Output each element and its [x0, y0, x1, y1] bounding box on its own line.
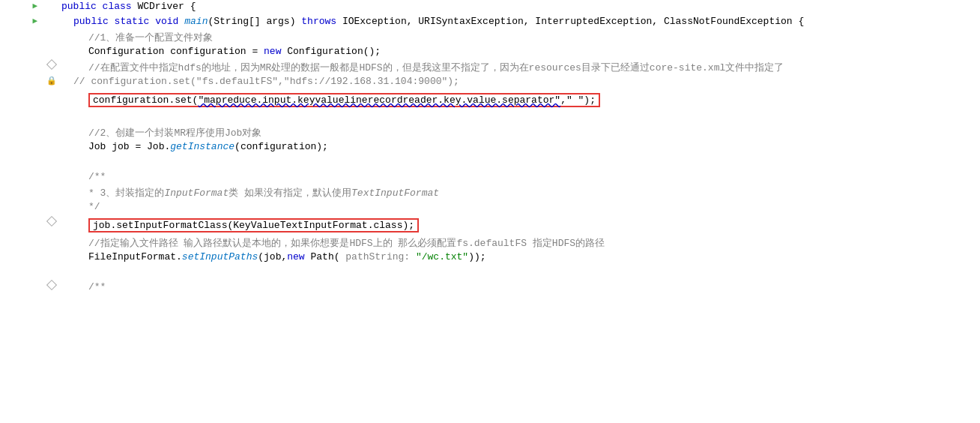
line-16: //指定输入文件路径 输入路径默认是本地的，如果你想要是HDFS上的 那么必须配…	[0, 236, 980, 250]
code-line-13: * 3、封装指定的InputFormat类 如果没有指定，默认使用TextInp…	[58, 186, 980, 200]
kw-public: public	[61, 1, 103, 12]
line-11	[0, 155, 980, 170]
line-8	[0, 110, 980, 125]
line-17: FileInputFormat.setInputPaths(job,new Pa…	[0, 250, 980, 266]
comment-4: //2、创建一个封装MR程序使用Job对象	[88, 128, 261, 139]
line-6: 🔒 // configuration.set("fs.defaultFS","h…	[0, 75, 980, 90]
code-line-11	[58, 156, 980, 167]
var-job: job	[112, 141, 135, 152]
comment-1: //1、准备一个配置文件对象	[88, 32, 213, 44]
code-line-10: Job job = Job.getInstance(configuration)…	[58, 141, 980, 152]
method-main: main	[184, 16, 208, 27]
code-line-1: public class WCDriver {	[58, 1, 980, 12]
gutter-icon-15	[45, 218, 58, 225]
line-5: //在配置文件中指定hdfs的地址，因为MR处理的数据一般都是HDFS的，但是我…	[0, 60, 980, 75]
code-line-8	[58, 111, 980, 122]
kw-public2: public	[73, 16, 115, 27]
gutter-icon-6: 🔒	[45, 76, 58, 86]
setinputpaths-args-close: ));	[468, 251, 486, 262]
eq: =	[252, 46, 264, 57]
kw-static: static	[115, 16, 156, 27]
code-line-2: public static void main(String[] args) t…	[58, 16, 980, 27]
diamond-icon-5	[46, 59, 57, 70]
fileinputformat-ref: FileInputFormat.	[88, 251, 182, 262]
javadoc-text-2: 类 如果没有指定，默认使用	[229, 188, 351, 199]
arrow-icon-2: ▶	[32, 16, 37, 26]
line-3: //1、准备一个配置文件对象	[0, 30, 980, 45]
kw-void: void	[155, 16, 184, 27]
path-class: Path(	[310, 251, 345, 262]
kw-new: new	[264, 46, 287, 57]
line-10: Job job = Job.getInstance(configuration)…	[0, 140, 980, 155]
line-12: /**	[0, 170, 980, 185]
diamond-icon-19	[46, 280, 57, 290]
code-line-7: configuration.set("mapreduce.input.keyva…	[58, 92, 980, 108]
code-line-5: //在配置文件中指定hdfs的地址，因为MR处理的数据一般都是HDFS的，但是我…	[58, 61, 980, 74]
gutter-2: ▶	[0, 16, 45, 26]
kw-throws: throws	[301, 16, 342, 27]
param-label-pathstring: pathString:	[345, 251, 416, 262]
highlighted-code-block-1: configuration.set("mapreduce.input.keyva…	[88, 93, 600, 107]
line-7: configuration.set("mapreduce.input.keyva…	[0, 90, 980, 110]
javadoc-inputformat: InputFormat	[164, 188, 229, 199]
kw-class: class	[103, 1, 138, 12]
code-line-19: /**	[58, 281, 980, 292]
line-9: //2、创建一个封装MR程序使用Job对象	[0, 125, 980, 140]
arrow-icon-1: ▶	[32, 1, 37, 10]
highlighted-code-block-2: job.setInputFormatClass(KeyValueTextInpu…	[88, 218, 419, 232]
comment-5: //指定输入文件路径 输入路径默认是本地的，如果你想要是HDFS上的 那么必须配…	[88, 238, 605, 249]
job-class-ref: Job.	[147, 141, 170, 152]
main-params: (String[] args)	[208, 16, 301, 27]
line-4: Configuration configuration = new Config…	[0, 45, 980, 60]
getinstance-args: (configuration);	[235, 141, 328, 152]
code-line-3: //1、准备一个配置文件对象	[58, 31, 980, 44]
code-line-9: //2、创建一个封装MR程序使用Job对象	[58, 126, 980, 140]
kw-new2: new	[287, 251, 310, 262]
eq2: =	[135, 141, 147, 152]
class-name-wc: WCDriver	[137, 1, 190, 12]
string-wctxt: "/wc.txt"	[416, 251, 468, 262]
line-19: /**	[0, 280, 980, 296]
method-getinstance: getInstance	[170, 141, 235, 152]
code-line-16: //指定输入文件路径 输入路径默认是本地的，如果你想要是HDFS上的 那么必须配…	[58, 236, 980, 250]
line-15: job.setInputFormatClass(KeyValueTextInpu…	[0, 215, 980, 236]
lock-icon-6: 🔒	[46, 76, 57, 86]
line-14: */	[0, 200, 980, 215]
gutter-icon-5	[45, 61, 58, 68]
javadoc-text-1: * 3、封装指定的	[88, 188, 164, 199]
code-line-17: FileInputFormat.setInputPaths(job,new Pa…	[58, 251, 980, 262]
gutter-1: ▶	[0, 1, 45, 10]
line-13: * 3、封装指定的InputFormat类 如果没有指定，默认使用TextInp…	[0, 185, 980, 200]
javadoc-open: /**	[88, 171, 106, 182]
line-18	[0, 266, 980, 280]
var-configuration: configuration	[170, 46, 252, 57]
brace-open: {	[190, 1, 196, 12]
exceptions: IOException, URISyntaxException, Interru…	[342, 16, 804, 27]
diamond-icon-15	[46, 216, 57, 226]
class-job: Job	[88, 141, 112, 152]
code-line-6: // configuration.set("fs.defaultFS","hdf…	[58, 76, 980, 87]
code-line-12: /**	[58, 171, 980, 182]
class-configuration: Configuration	[88, 46, 170, 57]
job-set-inputformat: job.setInputFormatClass(KeyValueTextInpu…	[93, 220, 414, 231]
config-set-call: configuration.set("mapreduce.input.keyva…	[93, 94, 596, 106]
comment-2: //在配置文件中指定hdfs的地址，因为MR处理的数据一般都是HDFS的，但是我…	[88, 62, 784, 74]
setinputpaths-args-open: (job,	[258, 251, 287, 262]
gutter-icon-19	[45, 281, 58, 289]
code-line-15: job.setInputFormatClass(KeyValueTextInpu…	[58, 218, 980, 233]
method-setinputpaths: setInputPaths	[182, 251, 258, 262]
code-line-4: Configuration configuration = new Config…	[58, 46, 980, 57]
javadoc-open-2: /**	[88, 281, 106, 292]
comment-3: // configuration.set("fs.defaultFS","hdf…	[73, 76, 459, 87]
line-2: ▶ public static void main(String[] args)…	[0, 15, 980, 30]
code-editor: ▶ public class WCDriver { ▶ public stati…	[0, 0, 980, 423]
code-line-18	[58, 266, 980, 278]
javadoc-textinputformat: TextInputFormat	[351, 188, 439, 199]
constructor-configuration: Configuration();	[287, 46, 381, 57]
line-1: ▶ public class WCDriver {	[0, 0, 980, 15]
code-line-14: */	[58, 201, 980, 212]
javadoc-close: */	[88, 201, 100, 212]
